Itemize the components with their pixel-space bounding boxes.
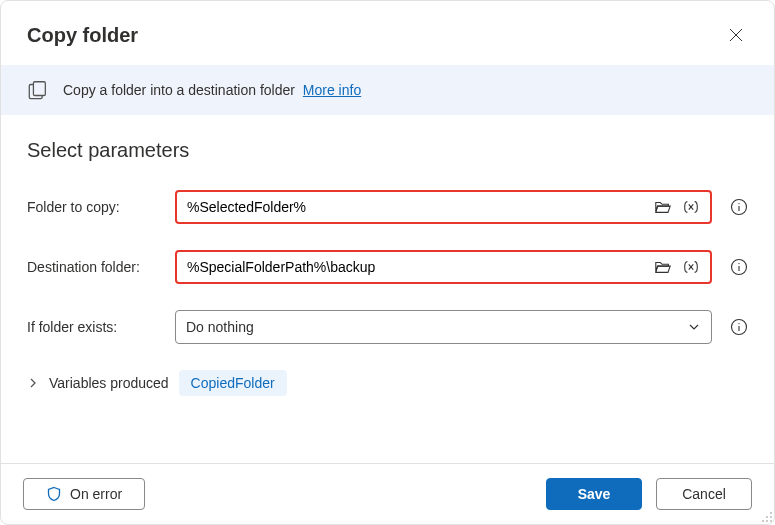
row-folder-to-copy: Folder to copy: <box>27 190 748 224</box>
input-destination-folder[interactable] <box>177 252 652 282</box>
folder-open-icon <box>654 259 672 275</box>
more-info-link[interactable]: More info <box>303 82 361 98</box>
row-if-folder-exists: If folder exists: Do nothing <box>27 310 748 344</box>
select-value: Do nothing <box>186 319 687 335</box>
resize-handle-icon[interactable] <box>761 511 773 523</box>
svg-point-21 <box>770 520 772 522</box>
copy-folder-dialog: Copy folder Copy a folder into a destina… <box>0 0 775 525</box>
row-destination-folder: Destination folder: <box>27 250 748 284</box>
svg-point-17 <box>766 516 768 518</box>
browse-folder-button[interactable] <box>652 197 674 217</box>
svg-point-20 <box>766 520 768 522</box>
label-if-folder-exists: If folder exists: <box>27 319 167 335</box>
select-if-folder-exists[interactable]: Do nothing <box>175 310 712 344</box>
dialog-content: Select parameters Folder to copy: <box>1 115 774 463</box>
folder-open-icon <box>654 199 672 215</box>
variables-produced-row[interactable]: Variables produced CopiedFolder <box>27 370 748 396</box>
info-banner: Copy a folder into a destination folder … <box>1 65 774 115</box>
input-icons <box>652 197 710 217</box>
shield-icon <box>46 486 62 502</box>
input-wrapper-destination-folder <box>175 250 712 284</box>
svg-point-19 <box>762 520 764 522</box>
section-title: Select parameters <box>27 139 748 162</box>
input-icons <box>652 257 710 277</box>
svg-point-16 <box>770 512 772 514</box>
info-icon-destination-folder[interactable] <box>730 258 748 276</box>
svg-point-6 <box>738 203 739 204</box>
info-icon <box>730 198 748 216</box>
chevron-down-icon <box>687 320 701 334</box>
banner-text-container: Copy a folder into a destination folder … <box>63 82 361 98</box>
input-folder-to-copy[interactable] <box>177 192 652 222</box>
variable-chip[interactable]: CopiedFolder <box>179 370 287 396</box>
footer-right: Save Cancel <box>546 478 752 510</box>
variable-icon <box>682 259 700 275</box>
cancel-button[interactable]: Cancel <box>656 478 752 510</box>
svg-point-18 <box>770 516 772 518</box>
variable-picker-button[interactable] <box>680 257 702 277</box>
dialog-title: Copy folder <box>27 24 138 47</box>
input-wrapper-folder-to-copy <box>175 190 712 224</box>
dialog-footer: On error Save Cancel <box>1 463 774 524</box>
copy-folder-icon <box>27 79 49 101</box>
info-icon-if-folder-exists[interactable] <box>730 318 748 336</box>
label-destination-folder: Destination folder: <box>27 259 167 275</box>
svg-point-14 <box>738 323 739 324</box>
variables-produced-label: Variables produced <box>49 375 169 391</box>
variable-icon <box>682 199 700 215</box>
banner-text: Copy a folder into a destination folder <box>63 82 295 98</box>
chevron-right-icon <box>27 377 39 389</box>
close-button[interactable] <box>724 23 748 47</box>
info-icon-folder-to-copy[interactable] <box>730 198 748 216</box>
svg-rect-2 <box>33 82 45 96</box>
on-error-button[interactable]: On error <box>23 478 145 510</box>
dialog-header: Copy folder <box>1 1 774 65</box>
close-icon <box>728 27 744 43</box>
info-icon <box>730 258 748 276</box>
svg-point-11 <box>738 263 739 264</box>
browse-folder-button[interactable] <box>652 257 674 277</box>
label-folder-to-copy: Folder to copy: <box>27 199 167 215</box>
info-icon <box>730 318 748 336</box>
variable-picker-button[interactable] <box>680 197 702 217</box>
on-error-label: On error <box>70 486 122 502</box>
save-button[interactable]: Save <box>546 478 642 510</box>
